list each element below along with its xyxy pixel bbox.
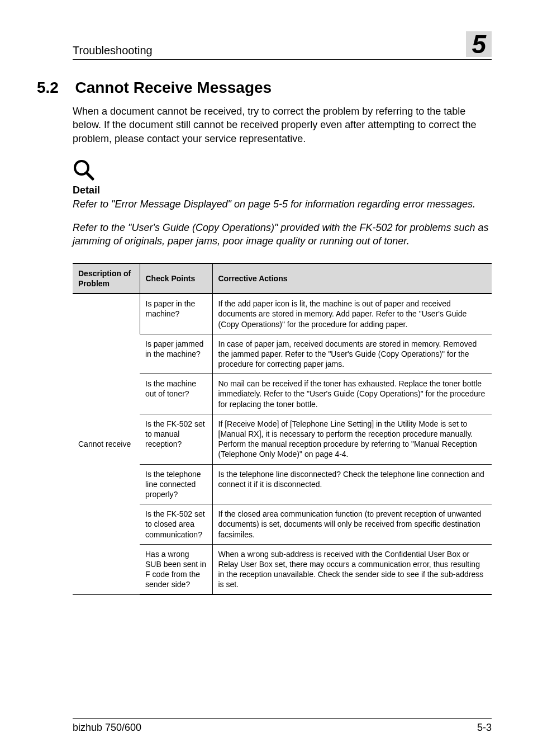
footer-left: bizhub 750/600 (73, 722, 141, 734)
check-cell: Is the FK-502 set to closed area communi… (140, 504, 212, 545)
check-cell: Has a wrong SUB been sent in F code from… (140, 544, 212, 594)
detail-para-2: Refer to the "User's Guide (Copy Operati… (73, 221, 492, 248)
footer-right: 5-3 (477, 722, 492, 734)
action-cell: Is the telephone line disconnected? Chec… (212, 464, 492, 504)
check-cell: Is the machine out of toner? (140, 374, 212, 414)
th-desc: Description of Problem (73, 263, 140, 294)
check-cell: Is paper jammed in the machine? (140, 334, 212, 374)
chapter-number-badge: 5 (466, 31, 492, 57)
detail-heading: Detail (73, 185, 492, 196)
action-cell: If the add paper icon is lit, the machin… (212, 294, 492, 334)
section-title: Cannot Receive Messages (75, 79, 272, 97)
th-action: Corrective Actions (212, 263, 492, 294)
check-cell: Is the FK-502 set to manual reception? (140, 414, 212, 464)
troubleshooting-table: Description of Problem Check Points Corr… (73, 263, 492, 596)
th-check: Check Points (140, 263, 212, 294)
action-cell: In case of paper jam, received documents… (212, 334, 492, 374)
action-cell: If [Receive Mode] of [Telephone Line Set… (212, 414, 492, 464)
svg-line-1 (87, 173, 93, 179)
action-cell: No mail can be received if the toner has… (212, 374, 492, 414)
action-cell: When a wrong sub-address is received wit… (212, 544, 492, 594)
check-cell: Is paper in the machine? (140, 294, 212, 334)
header-left: Troubleshooting (73, 44, 153, 57)
magnifier-icon (73, 159, 492, 183)
detail-para-1: Refer to "Error Message Displayed" on pa… (73, 197, 492, 211)
desc-cell: Cannot receive (73, 294, 140, 594)
check-cell: Is the telephone line connected properly… (140, 464, 212, 504)
action-cell: If the closed area communication functio… (212, 504, 492, 545)
section-number: 5.2 (37, 79, 73, 97)
intro-paragraph: When a document cannot be received, try … (73, 105, 492, 145)
